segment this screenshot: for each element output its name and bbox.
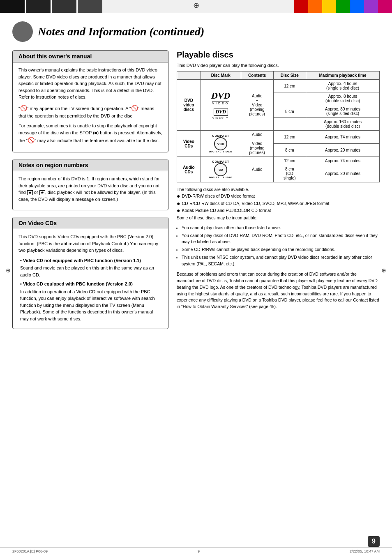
right-margin-mark: ⊕: [381, 267, 386, 274]
col-header-disc-size: Disc Size: [273, 71, 306, 80]
dvd-size-12cm: 12 cm: [273, 80, 306, 92]
footer-center: 9: [198, 549, 200, 553]
table-row: AudioCDs COMPACT CD DIGITAL AUDIO: [177, 157, 380, 165]
vcd-disc-art: VCD: [214, 137, 227, 150]
col-header-max-time: Maximum playback time: [306, 71, 380, 80]
main-content: About this owner's manual This owner's m…: [0, 46, 392, 340]
dvd-logo-cell: DVD VIDEO DVD VIDEO ™: [201, 80, 241, 131]
acd-disc-art: CD: [214, 163, 227, 176]
warning-2: You cannot play discs of DVD-RAM, DVD-RO…: [182, 233, 380, 246]
footer-right: 2/22/05, 10:47 AM: [350, 549, 380, 553]
acd-logo-cell: COMPACT CD DIGITAL AUDIO: [201, 157, 241, 182]
also-item-text-2: CD-R/CD-RW discs of CD-DA, Video CD, SVC…: [182, 200, 329, 207]
also-available-section: The following discs are also available. …: [177, 187, 380, 221]
dvd-logo-small: DVD: [214, 108, 228, 116]
bullet-icon-3: ●: [177, 207, 180, 214]
about-para-2: “🚫” may appear on the TV screen during o…: [18, 104, 162, 120]
vcd-category: VideoCDs: [177, 131, 201, 157]
also-available-item-3: ● Kodak Picture CD and FUJICOLOR CD form…: [177, 207, 380, 214]
acd-disc-circle: CD: [214, 163, 227, 176]
also-available-item-2: ● CD-R/CD-RW discs of CD-DA, Video CD, S…: [177, 200, 380, 207]
video-cd-label-2: • Video CD equipped with PBC function (V…: [20, 281, 133, 286]
on-video-cds-content: This DVD supports Video CDs equipped wit…: [13, 229, 168, 329]
page-title-area: Notes and Information (continued): [0, 13, 392, 46]
also-available-intro: The following discs are also available.: [177, 187, 380, 193]
dvd-time-4: Approx. 160 minutes(double sided disc): [306, 118, 380, 131]
notes-region-text: The region number of this DVD is 1. If r…: [18, 175, 162, 203]
warning-4: This unit uses the NTSC color system, an…: [182, 254, 380, 267]
video-cd-label-1: • Video CD not equipped with PBC functio…: [20, 258, 141, 263]
dvd-time-1: Approx. 4 hours(single sided disc): [306, 80, 380, 92]
disc-table: Disc Mark Contents Disc Size Maximum pla…: [177, 71, 380, 182]
dvd-size-12cm-2: [273, 92, 306, 105]
also-available-item-1: ● DVD-R/RW discs of DVD video format: [177, 193, 380, 200]
dvd-time-2: Approx. 8 hours(double sided disc): [306, 92, 380, 105]
left-column: About this owner's manual This owner's m…: [12, 50, 168, 336]
dvd-video-label-small: VIDEO ™: [212, 117, 229, 119]
col-header-disc-mark: Disc Mark: [201, 71, 241, 80]
bullet-icon-2: ●: [177, 200, 180, 207]
dvd-text-big: DVD: [211, 91, 230, 100]
closing-text: Because of problems and errors that can …: [177, 271, 380, 310]
notes-region-content: The region number of this DVD is 1. If r…: [13, 171, 168, 210]
dvd-size-8cm-2: [273, 118, 306, 131]
also-item-text-3: Kodak Picture CD and FUJICOLOR CD format: [182, 207, 271, 214]
about-manual-section: About this owner's manual This owner's m…: [12, 50, 168, 152]
table-row: DVDvideodiscs DVD VIDEO DVD VIDEO ™ Audi…: [177, 80, 380, 92]
acd-inner-text: CD: [219, 168, 223, 171]
on-video-cds-section: On Video CDs This DVD supports Video CDs…: [12, 217, 168, 329]
vcd-logo-cell: COMPACT VCD DIGITAL VIDEO: [201, 131, 241, 157]
notes-region-section: Notes on region numbers The region numbe…: [12, 159, 168, 210]
col-header-contents: Contents: [241, 71, 273, 80]
page-title: Notes and Information (continued): [38, 25, 204, 38]
video-cd-text-2: In addition to operation of a Video CD n…: [20, 288, 162, 322]
video-cd-item-1: • Video CD not equipped with PBC functio…: [18, 257, 162, 279]
dvd-category: DVDvideodiscs: [177, 80, 201, 131]
playable-discs-subtitle: This DVD video player can play the follo…: [177, 63, 380, 68]
vcd-size-8cm: 8 cm: [273, 144, 306, 157]
about-para-3: For example, sometimes it is unable to s…: [18, 122, 162, 145]
vcd-time-1: Approx. 74 minutes: [306, 131, 380, 144]
about-para-1: This owner's manual explains the basic i…: [18, 67, 162, 101]
compact-label: COMPACT: [212, 134, 229, 137]
footer-left: 2F60201A [E] P06-09: [12, 549, 48, 553]
about-manual-content: This owner's manual explains the basic i…: [13, 62, 168, 152]
about-manual-title: About this owner's manual: [13, 51, 168, 62]
also-item-text-1: DVD-R/RW discs of DVD video format: [182, 193, 255, 200]
left-margin-mark: ⊕: [6, 267, 11, 274]
digital-audio-label: DIGITAL AUDIO: [209, 176, 233, 179]
vcd-contents: Audio+Video(movingpictures): [241, 131, 273, 157]
warning-1: You cannot play discs other than those l…: [182, 225, 380, 231]
vcd-time-2: Approx. 20 minutes: [306, 144, 380, 157]
notes-region-title: Notes on region numbers: [13, 159, 168, 171]
dvd-size-8cm: 8 cm: [273, 105, 306, 118]
vcd-inner-text: VCD: [217, 142, 224, 146]
warnings-list: You cannot play discs other than those l…: [177, 225, 380, 267]
acd-time-1: Approx. 74 minutes: [306, 157, 380, 165]
video-cd-text-1: Sound and movie can be played on this un…: [20, 265, 162, 278]
acd-logo: COMPACT CD DIGITAL AUDIO: [203, 160, 238, 179]
acd-time-2: Approx. 20 minutes: [306, 165, 380, 182]
bullet-icon-1: ●: [177, 193, 180, 200]
dvd-time-3: Approx. 80 minutes(single sided disc): [306, 105, 380, 118]
vcd-logo: COMPACT VCD DIGITAL VIDEO: [203, 134, 238, 153]
vcd-size-12cm: 12 cm: [273, 131, 306, 144]
acd-size-8cm: 8 cm(CDsingle): [273, 165, 306, 182]
title-decoration: [12, 21, 33, 42]
acd-category: AudioCDs: [177, 157, 201, 182]
video-cd-item-2: • Video CD equipped with PBC function (V…: [18, 281, 162, 322]
on-video-cds-title: On Video CDs: [13, 217, 168, 229]
table-row: VideoCDs COMPACT VCD DIGITAL VIDEO: [177, 131, 380, 144]
on-video-intro: This DVD supports Video CDs equipped wit…: [18, 233, 162, 254]
acd-contents: Audio: [241, 157, 273, 182]
crosshair-icon: ⊕: [193, 1, 199, 10]
footer: 2F60201A [E] P06-09 9 2/22/05, 10:47 AM: [0, 547, 392, 555]
col-header-category: [177, 71, 201, 80]
compact-label-acd: COMPACT: [212, 160, 229, 163]
vcd-disc-circle: VCD: [214, 137, 227, 150]
warning-3: Some CD-R/RWs cannot be played back depe…: [182, 246, 380, 253]
dvd-logo: DVD VIDEO DVD VIDEO ™: [203, 91, 238, 119]
page-number-badge: 9: [368, 536, 380, 547]
acd-size-12cm: 12 cm: [273, 157, 306, 165]
digital-video-label: DIGITAL VIDEO: [209, 150, 233, 153]
